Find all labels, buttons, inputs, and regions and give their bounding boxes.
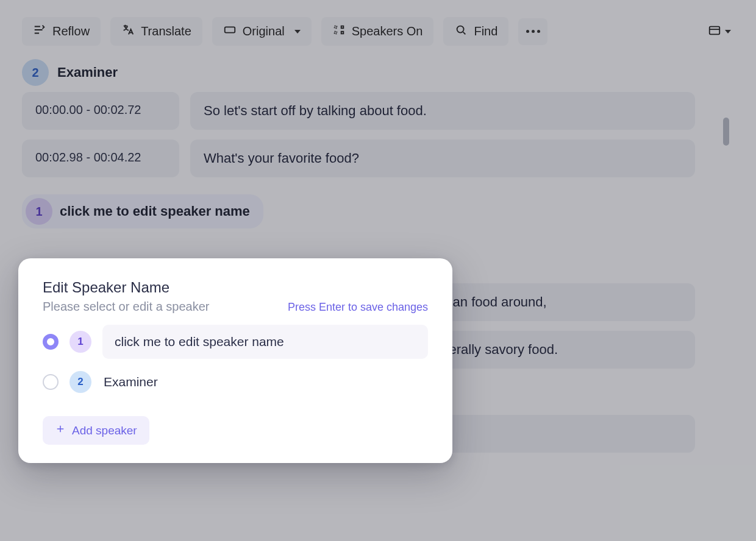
speakers-toggle-button[interactable]: Speakers On bbox=[321, 17, 434, 46]
popover-subtitle: Please select or edit a speaker bbox=[43, 300, 210, 314]
find-button[interactable]: Find bbox=[443, 17, 508, 46]
rectangle-icon bbox=[223, 23, 237, 40]
layout-icon bbox=[708, 24, 721, 39]
speaker-avatar: 2 bbox=[22, 59, 49, 86]
speaker-option[interactable]: 2 Examiner bbox=[43, 367, 428, 397]
timestamp[interactable]: 00:02.98 - 00:04.22 bbox=[22, 140, 179, 177]
transcript-text[interactable]: So let's start off by talking about food… bbox=[190, 92, 695, 130]
add-speaker-label: Add speaker bbox=[72, 424, 137, 437]
speaker-option[interactable]: 1 bbox=[43, 325, 428, 359]
speaker-name-label[interactable]: click me to edit speaker name bbox=[60, 203, 250, 219]
translate-label: Translate bbox=[141, 24, 191, 38]
radio-unselected[interactable] bbox=[43, 374, 59, 390]
popover-title: Edit Speaker Name bbox=[43, 279, 428, 296]
chevron-down-icon bbox=[294, 30, 301, 34]
add-speaker-button[interactable]: Add speaker bbox=[43, 416, 149, 445]
reflow-label: Reflow bbox=[52, 24, 90, 38]
dots-horizontal-icon bbox=[526, 30, 540, 33]
find-label: Find bbox=[474, 24, 497, 38]
plus-icon bbox=[55, 423, 66, 437]
avatar-number: 2 bbox=[32, 66, 38, 80]
translate-icon bbox=[121, 23, 135, 40]
layout-dropdown-button[interactable] bbox=[705, 18, 734, 45]
transcript-text[interactable]: What's your favorite food? bbox=[190, 140, 695, 177]
avatar-number: 1 bbox=[35, 205, 42, 219]
speaker-header[interactable]: 2 Examiner bbox=[22, 59, 734, 86]
timestamp[interactable]: 00:00.00 - 00:02.72 bbox=[22, 92, 179, 130]
original-label: Original bbox=[243, 24, 285, 38]
radio-selected[interactable] bbox=[43, 334, 59, 350]
transcript-line: 00:02.98 - 00:04.22 What's your favorite… bbox=[22, 140, 734, 177]
speaker-header[interactable]: 1 click me to edit speaker name bbox=[22, 194, 734, 228]
reflow-button[interactable]: Reflow bbox=[22, 17, 101, 46]
popover-subtitle-row: Please select or edit a speaker Press En… bbox=[43, 300, 428, 314]
speakers-label: Speakers On bbox=[352, 24, 423, 38]
speaker-option-label[interactable]: Examiner bbox=[102, 367, 159, 397]
speaker-avatar: 1 bbox=[26, 198, 52, 225]
scrollbar-thumb[interactable] bbox=[723, 118, 729, 146]
translate-button[interactable]: Translate bbox=[110, 17, 202, 46]
speaker-name-label[interactable]: Examiner bbox=[57, 65, 118, 80]
svg-rect-0 bbox=[225, 27, 235, 32]
speaker-name-input[interactable] bbox=[102, 325, 428, 359]
transcript-line: 00:00.00 - 00:02.72 So let's start off b… bbox=[22, 92, 734, 130]
popover-hint: Press Enter to save changes bbox=[288, 301, 428, 314]
speaker-option-avatar: 2 bbox=[70, 371, 91, 393]
svg-rect-2 bbox=[710, 27, 720, 35]
speaker-option-avatar: 1 bbox=[70, 331, 91, 353]
avatar-number: 1 bbox=[77, 336, 83, 348]
speaker-pill[interactable]: 1 click me to edit speaker name bbox=[22, 194, 263, 228]
toolbar: Reflow Translate Original Speakers On Fi… bbox=[0, 0, 756, 57]
edit-speaker-popover: Edit Speaker Name Please select or edit … bbox=[18, 258, 452, 463]
search-icon bbox=[454, 23, 468, 40]
reflow-icon bbox=[33, 23, 46, 40]
speakers-icon bbox=[332, 23, 346, 40]
original-dropdown[interactable]: Original bbox=[212, 17, 312, 46]
chevron-down-icon bbox=[725, 30, 731, 34]
more-button[interactable] bbox=[518, 18, 547, 45]
svg-point-1 bbox=[457, 26, 464, 33]
avatar-number: 2 bbox=[77, 376, 83, 388]
